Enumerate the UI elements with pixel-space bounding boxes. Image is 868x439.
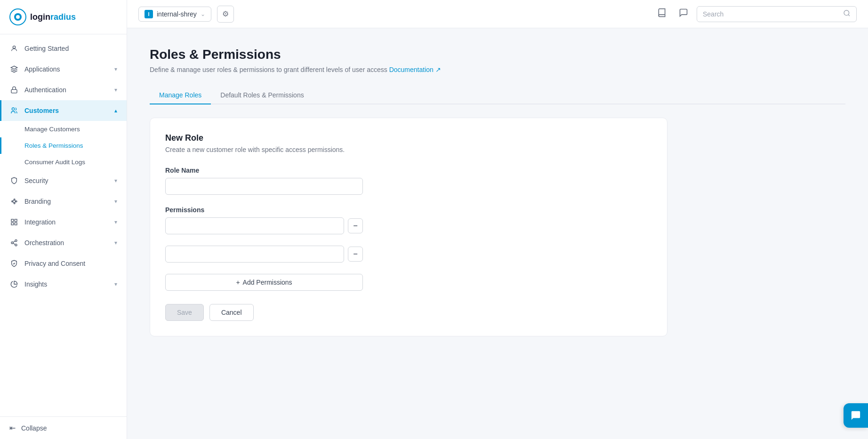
tab-default-roles[interactable]: Default Roles & Permissions (211, 87, 313, 104)
svg-rect-12 (11, 219, 14, 222)
svg-rect-14 (15, 223, 17, 225)
svg-point-6 (12, 108, 14, 110)
chevron-up-icon: ▴ (114, 107, 117, 114)
documentation-link[interactable]: Documentation ↗ (389, 66, 441, 73)
sidebar-item-label: Customers (24, 107, 59, 114)
search-box (697, 6, 857, 22)
tabs-container: Manage Roles Default Roles & Permissions (150, 87, 845, 104)
sidebar-sub-consumer-audit-logs[interactable]: Consumer Audit Logs (0, 154, 127, 170)
permission-input-2[interactable] (165, 246, 344, 263)
settings-button[interactable]: ⚙ (217, 6, 234, 23)
search-icon (843, 9, 851, 19)
topbar-right (653, 6, 857, 23)
sidebar-item-branding[interactable]: Branding ▾ (0, 191, 127, 212)
permission-input-1[interactable] (165, 217, 344, 234)
permission-row-2: − (165, 246, 652, 263)
shield-icon (9, 176, 19, 185)
collapse-button[interactable]: ⇤ Collapse (0, 416, 127, 439)
sidebar-item-getting-started[interactable]: Getting Started (0, 38, 127, 59)
card-title: New Role (165, 133, 652, 143)
sidebar-sub-manage-customers[interactable]: Manage Customers (0, 121, 127, 137)
sidebar-nav: Getting Started Applications ▾ Authentic… (0, 34, 127, 416)
chat-button[interactable] (675, 6, 692, 23)
svg-line-22 (848, 15, 850, 16)
svg-point-16 (15, 239, 17, 241)
collapse-label: Collapse (21, 424, 47, 432)
app-selector-chevron-icon: ⌄ (201, 11, 205, 17)
card-description: Create a new customer role with specific… (165, 146, 652, 153)
person-icon (9, 44, 19, 53)
sidebar-item-label: Applications (24, 65, 60, 73)
svg-point-17 (11, 242, 13, 244)
svg-point-2 (16, 15, 20, 19)
svg-rect-5 (11, 89, 17, 93)
sidebar-item-customers[interactable]: Customers ▴ (0, 100, 127, 121)
content-area: Roles & Permissions Define & manage user… (127, 28, 868, 439)
book-icon (657, 8, 667, 20)
svg-marker-4 (11, 66, 17, 69)
share-icon (9, 238, 19, 247)
remove-permission-2-button[interactable]: − (348, 247, 363, 262)
sidebar-item-integration[interactable]: Integration ▾ (0, 212, 127, 232)
palette-icon (9, 197, 19, 206)
gear-icon: ⚙ (222, 9, 229, 18)
svg-point-18 (15, 244, 17, 246)
chart-icon (9, 279, 19, 289)
layers-icon (9, 64, 19, 74)
sidebar-sub-label: Manage Customers (24, 126, 80, 133)
chat-widget-icon (851, 410, 861, 421)
tab-manage-roles[interactable]: Manage Roles (150, 87, 211, 104)
app-indicator: I (145, 10, 153, 18)
cancel-button[interactable]: Cancel (209, 304, 254, 321)
sidebar-item-label: Integration (24, 218, 56, 226)
permissions-group: Permissions − − (165, 206, 652, 263)
app-selector[interactable]: I internal-shrey ⌄ (138, 7, 211, 22)
sidebar-item-label: Privacy and Consent (24, 260, 85, 267)
people-icon (9, 106, 19, 115)
sidebar-item-privacy-consent[interactable]: Privacy and Consent (0, 253, 127, 274)
add-permissions-button[interactable]: + Add Permissions (165, 274, 363, 291)
book-button[interactable] (653, 6, 670, 23)
svg-point-11 (13, 200, 15, 202)
sidebar-item-insights[interactable]: Insights ▾ (0, 274, 127, 295)
chevron-down-icon: ▾ (114, 198, 117, 205)
svg-line-20 (13, 241, 16, 242)
save-button[interactable]: Save (165, 304, 204, 321)
page-subtitle: Define & manage user roles & permissions… (150, 66, 845, 73)
privacy-icon (9, 259, 19, 268)
role-name-group: Role Name (165, 167, 652, 195)
sidebar-item-orchestration[interactable]: Orchestration ▾ (0, 232, 127, 253)
chevron-down-icon: ▾ (114, 239, 117, 246)
chevron-down-icon: ▾ (114, 219, 117, 225)
sidebar-item-authentication[interactable]: Authentication ▾ (0, 80, 127, 100)
svg-point-21 (844, 10, 849, 16)
topbar: I internal-shrey ⌄ ⚙ (127, 0, 868, 28)
sidebar-sub-roles-permissions[interactable]: Roles & Permissions (0, 137, 127, 154)
add-permissions-label: Add Permissions (243, 279, 292, 286)
form-actions: Save Cancel (165, 304, 652, 321)
sidebar-item-label: Getting Started (24, 45, 69, 52)
sidebar-item-applications[interactable]: Applications ▾ (0, 59, 127, 80)
new-role-card: New Role Create a new customer role with… (150, 118, 667, 336)
role-name-input[interactable] (165, 178, 363, 195)
chevron-down-icon: ▾ (114, 66, 117, 72)
grid-icon (9, 217, 19, 227)
sidebar: loginradius Getting Started Applications… (0, 0, 127, 439)
remove-permission-1-button[interactable]: − (348, 218, 363, 233)
chat-widget-button[interactable] (844, 403, 868, 428)
sidebar-sub-label: Roles & Permissions (24, 142, 83, 149)
permission-row-1: − (165, 217, 652, 234)
search-input[interactable] (703, 10, 839, 18)
sidebar-item-security[interactable]: Security ▾ (0, 170, 127, 191)
collapse-icon: ⇤ (9, 423, 16, 432)
sidebar-item-label: Orchestration (24, 239, 64, 247)
svg-point-9 (16, 201, 17, 202)
sidebar-sub-label: Consumer Audit Logs (24, 159, 85, 166)
plus-icon: + (236, 279, 240, 286)
sidebar-item-label: Security (24, 177, 48, 184)
app-name: internal-shrey (157, 10, 197, 18)
logo-text: loginradius (30, 12, 76, 22)
sidebar-item-label: Insights (24, 280, 47, 288)
svg-point-3 (13, 46, 15, 48)
message-icon (679, 8, 688, 20)
